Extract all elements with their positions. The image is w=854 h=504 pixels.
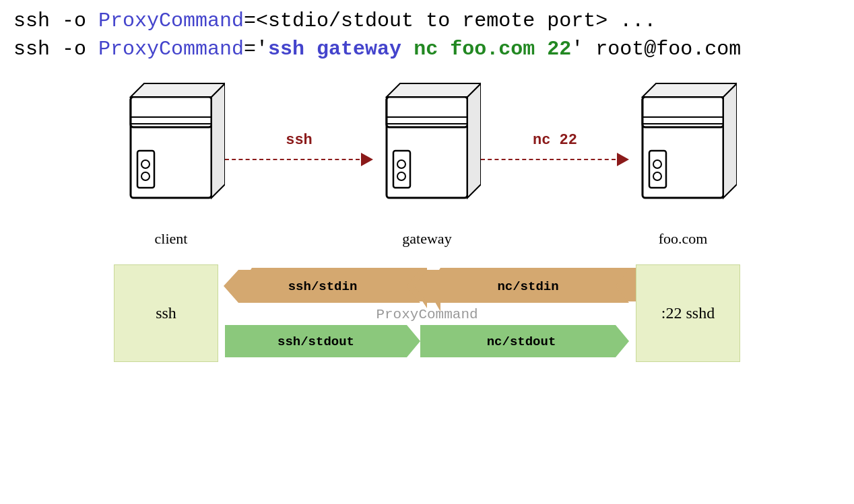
nc-arrow-head	[617, 153, 629, 166]
ssh-dashed-arrow	[225, 153, 373, 166]
svg-rect-13	[393, 151, 410, 188]
svg-rect-19	[643, 97, 723, 127]
foocom-label: foo.com	[659, 230, 708, 248]
gateway-server-container: gateway	[373, 77, 481, 248]
svg-marker-26	[643, 83, 737, 97]
svg-point-15	[397, 172, 405, 180]
nc-stdin-label: nc/stdin	[497, 279, 558, 294]
nc-dashed-arrow	[481, 153, 629, 166]
svg-marker-25	[723, 83, 737, 198]
cmd2-eq: ='	[244, 38, 268, 61]
client-server-icon	[117, 77, 225, 225]
flow-diagram: ssh ssh/stdin nc/stdin ProxyCommand	[13, 264, 841, 362]
ssh-arrow-connection: ssh	[225, 132, 373, 166]
ssh-dashed-line	[225, 159, 360, 160]
cmd2-space	[401, 38, 414, 61]
ssh-box-label: ssh	[156, 304, 176, 322]
svg-rect-10	[387, 97, 467, 127]
svg-marker-8	[131, 83, 225, 97]
nc-dashed-line	[481, 159, 616, 160]
foocom-server-container: foo.com	[629, 77, 737, 248]
cmd1-proxycommand: ProxyCommand	[98, 9, 244, 32]
svg-point-14	[397, 160, 405, 168]
svg-point-6	[141, 172, 150, 180]
cmd2-ssh-part: ssh gateway	[268, 38, 401, 61]
cmd2-proxycommand: ProxyCommand	[98, 38, 244, 61]
flow-arrows-svg: ssh/stdin nc/stdin ProxyCommand ssh/stdo…	[218, 264, 636, 362]
svg-marker-17	[387, 83, 481, 97]
command-line-1: ssh -o ProxyCommand=<stdio/stdout to rem…	[13, 7, 841, 35]
cmd1-equals: =<stdio/stdout	[244, 9, 426, 32]
client-label: client	[155, 230, 188, 248]
cmd2-nc-part: nc foo.com 22	[414, 38, 571, 61]
command-line-2: ssh -o ProxyCommand='ssh gateway nc foo.…	[13, 35, 841, 63]
nc-stdout-label: nc/stdout	[487, 334, 556, 349]
main-page: ssh -o ProxyCommand=<stdio/stdout to rem…	[0, 0, 854, 504]
foocom-server-icon	[629, 77, 737, 225]
ssh-arrow-label: ssh	[286, 132, 313, 149]
cmd1-rest: remote port> ...	[450, 9, 656, 32]
svg-marker-7	[211, 83, 225, 198]
cmd1-prefix: ssh -o	[13, 9, 98, 32]
cmd1-to: to	[426, 9, 450, 32]
gateway-server-icon	[373, 77, 481, 225]
nc-arrow-label: nc 22	[533, 132, 577, 149]
ssh-stdout-label: ssh/stdout	[277, 334, 354, 349]
command-section: ssh -o ProxyCommand=<stdio/stdout to rem…	[13, 7, 841, 63]
svg-point-24	[653, 172, 661, 180]
gateway-label: gateway	[402, 230, 451, 248]
sshd-box-label: :22 sshd	[661, 304, 715, 322]
server-diagram: client ssh gateway	[13, 77, 841, 248]
svg-rect-22	[649, 151, 666, 188]
cmd2-closing: ' root@foo.com	[571, 38, 741, 61]
ssh-arrow-head	[361, 153, 373, 166]
svg-point-23	[653, 160, 661, 168]
cmd2-prefix: ssh -o	[13, 38, 98, 61]
client-server-container: client	[117, 77, 225, 248]
svg-marker-16	[467, 83, 481, 198]
ssh-stdin-label: ssh/stdin	[288, 279, 358, 294]
svg-rect-4	[137, 151, 154, 188]
proxy-label-svg: ProxyCommand	[376, 307, 478, 322]
ssh-box: ssh	[114, 264, 218, 362]
svg-rect-1	[131, 97, 211, 127]
nc-arrow-connection: nc 22	[481, 132, 629, 166]
sshd-box: :22 sshd	[636, 264, 740, 362]
svg-point-5	[141, 160, 150, 168]
